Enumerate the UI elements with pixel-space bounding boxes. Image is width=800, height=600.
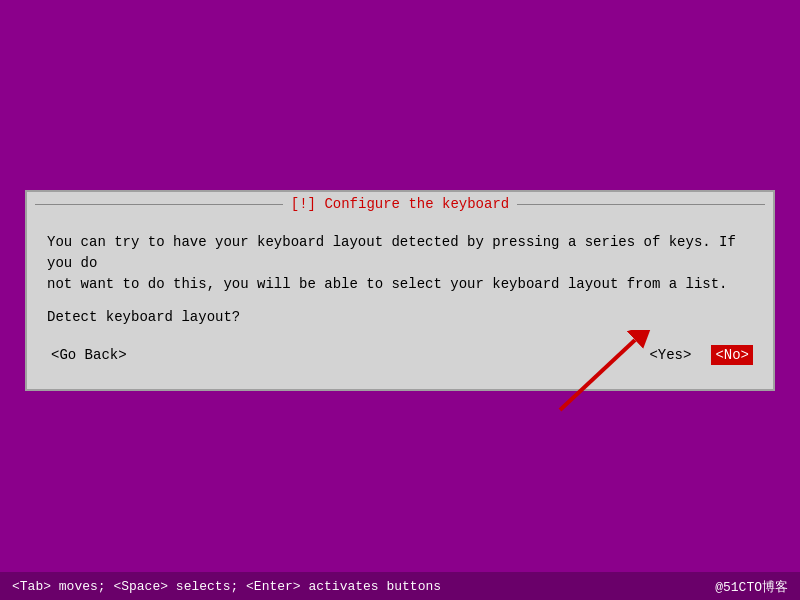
no-button[interactable]: <No> xyxy=(711,345,753,365)
watermark: @51CTO博客 xyxy=(715,578,788,596)
dialog: [!] Configure the keyboard You can try t… xyxy=(25,190,775,391)
dialog-buttons: <Go Back> <Yes> <No> xyxy=(47,341,753,373)
dialog-title: [!] Configure the keyboard xyxy=(283,196,517,212)
detect-label: Detect keyboard layout? xyxy=(47,309,753,325)
go-back-button[interactable]: <Go Back> xyxy=(47,345,131,365)
status-bar: <Tab> moves; <Space> selects; <Enter> ac… xyxy=(0,572,800,600)
dialog-body: You can try to have your keyboard layout… xyxy=(27,216,773,389)
yes-button[interactable]: <Yes> xyxy=(645,345,695,365)
dialog-titlebar: [!] Configure the keyboard xyxy=(27,192,773,216)
dialog-body-text: You can try to have your keyboard layout… xyxy=(47,232,753,295)
status-text: <Tab> moves; <Space> selects; <Enter> ac… xyxy=(12,579,441,594)
main-container: [!] Configure the keyboard You can try t… xyxy=(0,0,800,600)
